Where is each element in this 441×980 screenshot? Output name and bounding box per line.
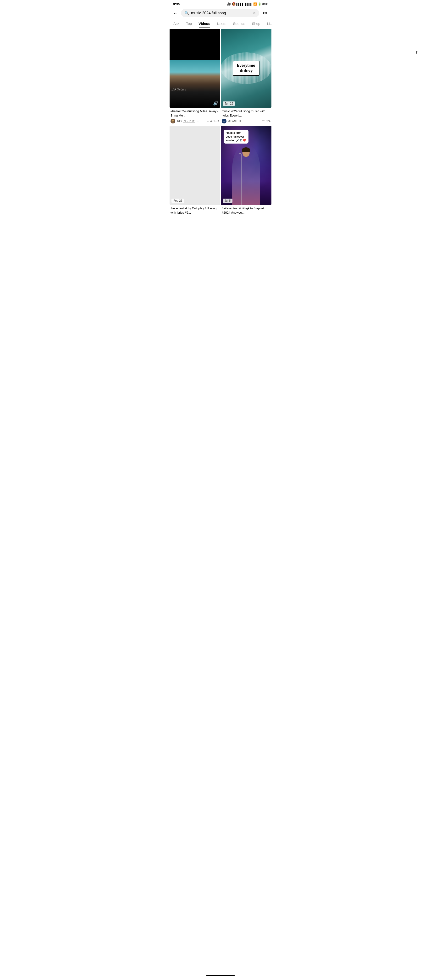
- tab-ask[interactable]: Ask: [170, 19, 183, 28]
- mute-icon: 🔕: [232, 2, 236, 6]
- like-count-1: ♡ 431.0K: [207, 119, 219, 123]
- status-time: 8:35: [173, 2, 180, 6]
- back-button[interactable]: ←: [172, 9, 179, 17]
- search-bar: ← 🔍 music 2024 full song ✕ •••: [169, 7, 272, 19]
- svg-point-1: [171, 122, 174, 124]
- video-card-3[interactable]: Feb 26 the scientist by Coldplay full so…: [170, 126, 220, 218]
- video-title-4: #ailasantos #iniibigkita #repost #2024 #…: [222, 206, 270, 215]
- author-tag-1: P U R P: [183, 119, 195, 123]
- author-name-2: MEWSEEK: [228, 119, 241, 123]
- video-title-2: music 2024 full song music with lyrics E…: [222, 109, 270, 118]
- video-grid: Lirik Terbaru 🔊 #hello2024 #fullsong Mil…: [169, 28, 272, 218]
- sound-icon: 🔊: [213, 100, 218, 106]
- svg-point-0: [172, 119, 174, 121]
- video-info-4: #ailasantos #iniibigkita #repost #2024 #…: [221, 205, 271, 218]
- tab-shop[interactable]: Shop: [249, 19, 263, 28]
- video-thumb-4: "Iniibig kita"2024 full coverversion 🎤🎵❤…: [221, 126, 271, 205]
- clear-button[interactable]: ✕: [253, 11, 256, 15]
- video-title-3: the scientist by Coldplay full song with…: [171, 206, 219, 215]
- video-info-3: the scientist by Coldplay full song with…: [170, 205, 220, 218]
- video-info-1: #hello2024 #fullsong Miles_Away - Bring …: [170, 108, 220, 126]
- video-info-2: music 2024 full song music with lyrics E…: [221, 108, 271, 126]
- date-badge-3: Feb 26: [171, 199, 184, 203]
- avatar-1: [171, 119, 175, 124]
- date-badge-2: Jun 29: [223, 102, 235, 106]
- author-truncated-1: ...: [196, 119, 198, 123]
- tab-live[interactable]: Li...: [263, 19, 272, 28]
- video-title-1: #hello2024 #fullsong Miles_Away - Bring …: [171, 109, 219, 118]
- status-bar: 8:35 🎥 🔕 ▌▌▌▌ ▌▌▌▌ 📶 🔋 85%: [169, 0, 272, 7]
- heart-icon-2: ♡: [262, 119, 265, 123]
- signal-icon-2: ▌▌▌▌: [245, 3, 252, 5]
- more-options-button[interactable]: •••: [261, 10, 269, 17]
- video-meta-2: MW MEWSEEK ♡ 524: [222, 119, 270, 124]
- tab-sounds[interactable]: Sounds: [230, 19, 249, 28]
- video-card-1[interactable]: Lirik Terbaru 🔊 #hello2024 #fullsong Mil…: [170, 29, 220, 126]
- battery-icon: 🔋: [258, 2, 262, 6]
- wifi-icon: 📶: [253, 2, 257, 6]
- lirik-label: Lirik Terbaru: [171, 88, 186, 91]
- search-input-wrap: 🔍 music 2024 full song ✕: [181, 9, 259, 17]
- search-query[interactable]: music 2024 full song: [191, 11, 251, 15]
- video-thumb-2: EverytimeBritney Jun 29: [221, 29, 271, 108]
- date-badge-4: Jul 5: [223, 199, 232, 203]
- video-card-2[interactable]: EverytimeBritney Jun 29 music 2024 full …: [221, 29, 271, 126]
- tab-bar: Ask Top Videos Users Sounds Shop Li...: [169, 19, 272, 28]
- battery-percent: 85%: [262, 2, 268, 6]
- video-thumb-3: Feb 26: [170, 126, 220, 205]
- search-icon: 🔍: [184, 11, 189, 15]
- author-row-1: IRIS P U R P ...: [171, 119, 206, 124]
- video-card-4[interactable]: "Iniibig kita"2024 full coverversion 🎤🎵❤…: [221, 126, 271, 218]
- likes-1: 431.0K: [210, 119, 219, 123]
- likes-2: 524: [266, 119, 270, 123]
- status-icons: 🎥 🔕 ▌▌▌▌ ▌▌▌▌ 📶 🔋 85%: [227, 2, 268, 6]
- video-thumb-1: Lirik Terbaru 🔊: [170, 29, 220, 108]
- signal-icon: ▌▌▌▌: [236, 3, 244, 5]
- author-name-1: IRIS: [176, 119, 181, 123]
- author-row-2: MW MEWSEEK: [222, 119, 261, 124]
- tab-top[interactable]: Top: [183, 19, 195, 28]
- camera-icon: 🎥: [227, 2, 231, 6]
- heart-icon-1: ♡: [207, 119, 209, 123]
- avatar-2: MW: [222, 119, 227, 124]
- video-meta-1: IRIS P U R P ... ♡ 431.0K: [171, 119, 219, 124]
- svg-text:MW: MW: [223, 121, 225, 122]
- title-overlay-2: EverytimeBritney: [233, 61, 260, 76]
- like-count-2: ♡ 524: [262, 119, 270, 123]
- speech-bubble-4: "Iniibig kita"2024 full coverversion 🎤🎵❤…: [224, 130, 249, 143]
- tab-videos[interactable]: Videos: [195, 19, 214, 28]
- tab-users[interactable]: Users: [214, 19, 230, 28]
